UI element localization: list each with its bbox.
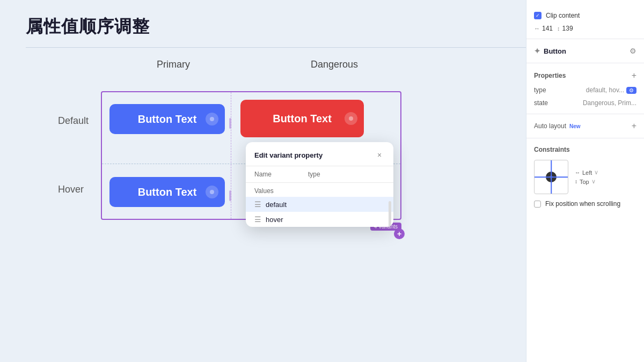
drag-icon-default: ☰	[254, 200, 261, 209]
fix-position-label: Fix position when scrolling	[545, 200, 620, 208]
drag-icon-hover: ☰	[254, 215, 261, 224]
fix-position-row: Fix position when scrolling	[526, 197, 644, 210]
dialog-header: Edit variant property ×	[246, 142, 393, 166]
clip-content-row: Clip content	[526, 9, 644, 23]
btn-primary-hover-text: Button Text	[138, 186, 197, 198]
constraint-v-arrow: ↕	[575, 179, 577, 184]
row-label-hover: Hover	[58, 184, 84, 195]
dialog-scrollbar	[389, 201, 391, 227]
constraint-h-dropdown: ∨	[594, 169, 598, 176]
properties-header: Properties +	[526, 68, 644, 84]
auto-layout-row: Auto layout New +	[526, 119, 644, 134]
prop-type-name: type	[534, 86, 546, 94]
constraint-v-dropdown: ∨	[591, 178, 596, 185]
auto-layout-label: Auto layout	[534, 122, 566, 130]
col-label-primary: Primary	[101, 59, 246, 70]
panel-divider-4	[526, 138, 644, 138]
dialog-col-type: type	[308, 171, 320, 178]
column-labels: Primary Dangerous	[101, 59, 494, 70]
properties-label: Properties	[534, 72, 566, 79]
constraint-v-label: Top	[580, 179, 589, 185]
prop-type-active-btn[interactable]: ⚙	[626, 87, 636, 94]
panel-divider-1	[526, 39, 644, 39]
constraints-options: ↔ Left ∨ ↕ Top ∨	[575, 169, 598, 185]
dialog-close-button[interactable]: ×	[374, 150, 385, 160]
prop-row-state[interactable]: state Dangerous, Prim...	[526, 97, 644, 109]
constraint-line-v	[551, 160, 552, 194]
btn-primary-hover-icon	[206, 186, 218, 198]
component-name-label: ✦ Button	[534, 47, 566, 55]
component-icon: ✦	[534, 47, 540, 55]
width-field[interactable]: ↔ 141	[534, 25, 553, 32]
height-icon: ↕	[557, 25, 560, 32]
page-title: 属性值顺序调整	[26, 15, 150, 39]
col-label-dangerous: Dangerous	[262, 59, 407, 70]
add-variant-button[interactable]: +	[394, 228, 405, 239]
constraint-h-arrow: ↔	[575, 169, 580, 175]
svg-point-2	[349, 116, 353, 121]
height-value: 139	[562, 25, 573, 32]
panel-divider-3	[526, 114, 644, 114]
dialog-value-hover: hover	[266, 216, 283, 224]
btn-primary-hover[interactable]: Button Text	[109, 177, 225, 207]
clip-content-checkbox[interactable]	[534, 12, 541, 19]
prop-row-type[interactable]: type default, hov... ⚙	[526, 84, 644, 97]
settings-icon[interactable]: ⚙	[630, 47, 636, 55]
dialog-title: Edit variant property	[254, 151, 323, 159]
edit-variant-dialog: Edit variant property × Name type Values…	[246, 142, 393, 227]
separator-dot-bottom	[229, 190, 231, 201]
dimensions-row: ↔ 141 ↕ 139	[526, 23, 644, 34]
constraints-label: Constraints	[526, 143, 644, 157]
row-label-default: Default	[58, 115, 89, 127]
svg-point-0	[210, 117, 214, 121]
dialog-value-default: default	[266, 201, 287, 209]
height-field[interactable]: ↕ 139	[557, 25, 573, 32]
btn-primary-default-icon	[206, 113, 218, 125]
add-auto-layout-button[interactable]: +	[632, 121, 636, 131]
dialog-row-hover[interactable]: ☰ hover	[246, 212, 393, 227]
prop-state-value: Dangerous, Prim...	[583, 99, 636, 107]
constraints-box: +	[534, 160, 568, 194]
btn-dangerous-default-icon	[345, 112, 357, 125]
svg-point-1	[210, 190, 214, 194]
add-property-button[interactable]: +	[632, 71, 636, 80]
constraint-h-label: Left	[582, 169, 592, 176]
btn-primary-default-text: Button Text	[138, 113, 197, 125]
panel-divider-2	[526, 63, 644, 63]
constraints-visual: + ↔ Left ∨ ↕ Top ∨	[526, 157, 644, 197]
dialog-row-default[interactable]: ☰ default	[246, 197, 393, 212]
separator-dot-top	[229, 118, 231, 129]
dialog-columns-header: Name type	[246, 166, 393, 183]
btn-dangerous-default-text: Button Text	[273, 113, 332, 125]
canvas-area: Primary Dangerous Default Hover Button T…	[26, 59, 494, 341]
prop-state-name: state	[534, 99, 548, 107]
prop-type-value: default, hov...	[586, 86, 624, 94]
width-value: 141	[542, 25, 553, 32]
constraint-vertical[interactable]: ↕ Top ∨	[575, 178, 598, 185]
btn-primary-default[interactable]: Button Text	[109, 104, 225, 134]
new-badge: New	[569, 123, 581, 129]
fix-position-checkbox[interactable]	[534, 201, 541, 208]
btn-dangerous-default[interactable]: Button Text	[240, 100, 364, 137]
dialog-values-label: Values	[246, 183, 393, 197]
width-icon: ↔	[534, 25, 540, 32]
clip-content-label: Clip content	[546, 12, 580, 19]
constraint-horizontal[interactable]: ↔ Left ∨	[575, 169, 598, 176]
component-name-row: ✦ Button ⚙	[526, 43, 644, 58]
dialog-col-name: Name	[254, 171, 308, 178]
right-panel: Clip content ↔ 141 ↕ 139 ✦ Button ⚙ Prop…	[526, 0, 644, 362]
